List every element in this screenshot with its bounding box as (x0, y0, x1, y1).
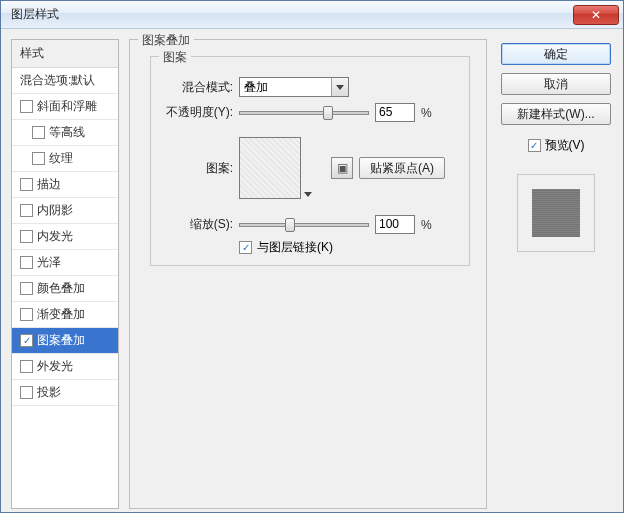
link-label: 与图层链接(K) (257, 239, 333, 256)
sidebar-item-inner-shadow[interactable]: 内阴影 (12, 198, 118, 224)
pattern-group-title: 图案 (159, 49, 191, 66)
cancel-button[interactable]: 取消 (501, 73, 611, 95)
checkbox-icon: ✓ (239, 241, 252, 254)
checkbox-icon[interactable] (20, 256, 33, 269)
opacity-label: 不透明度(Y): (157, 104, 233, 121)
checkbox-icon[interactable] (20, 230, 33, 243)
link-with-layer-checkbox[interactable]: ✓ 与图层链接(K) (239, 239, 333, 256)
sidebar-item-label: 描边 (37, 176, 61, 193)
checkbox-icon[interactable] (20, 204, 33, 217)
checkbox-icon[interactable] (20, 178, 33, 191)
pattern-label: 图案: (157, 160, 233, 177)
blend-mode-label: 混合模式: (157, 79, 233, 96)
sidebar-item-label: 图案叠加 (37, 332, 85, 349)
checkbox-icon[interactable] (20, 308, 33, 321)
opacity-slider[interactable] (239, 111, 369, 115)
sidebar-item-label: 投影 (37, 384, 61, 401)
sidebar-item-color-overlay[interactable]: 颜色叠加 (12, 276, 118, 302)
settings-panel: 图案叠加 图案 混合模式: 叠加 不透明度(Y): (129, 39, 487, 509)
panel-title: 图案叠加 (138, 32, 194, 49)
sidebar-item-label: 光泽 (37, 254, 61, 271)
checkbox-icon[interactable] (32, 126, 45, 139)
preview-label: 预览(V) (545, 137, 585, 154)
checkbox-icon[interactable]: ✓ (20, 334, 33, 347)
scale-input[interactable]: 100 (375, 215, 415, 234)
checkbox-icon[interactable] (20, 360, 33, 373)
preview-swatch (532, 189, 580, 237)
sidebar-item-blend-options[interactable]: 混合选项:默认 (12, 68, 118, 94)
window-title: 图层样式 (11, 6, 59, 23)
checkbox-icon: ✓ (528, 139, 541, 152)
percent-label: % (421, 218, 432, 232)
sidebar-item-label: 内发光 (37, 228, 73, 245)
sidebar-header: 样式 (12, 40, 118, 68)
sidebar-item-inner-glow[interactable]: 内发光 (12, 224, 118, 250)
link-row: ✓ 与图层链接(K) (239, 239, 333, 256)
sidebar-item-label: 纹理 (49, 150, 73, 167)
sidebar-item-label: 渐变叠加 (37, 306, 85, 323)
sidebar-item-label: 混合选项:默认 (20, 72, 95, 89)
chevron-down-icon (331, 78, 348, 96)
preview-checkbox[interactable]: ✓ 预览(V) (528, 137, 585, 154)
chevron-down-icon[interactable] (302, 188, 314, 200)
blend-mode-row: 混合模式: 叠加 (157, 77, 349, 97)
sidebar-item-satin[interactable]: 光泽 (12, 250, 118, 276)
sidebar-item-label: 等高线 (49, 124, 85, 141)
dialog-body: 样式 混合选项:默认 斜面和浮雕 等高线 纹理 描边 内阴 (1, 29, 623, 513)
percent-label: % (421, 106, 432, 120)
blend-mode-select[interactable]: 叠加 (239, 77, 349, 97)
sidebar-item-pattern-overlay[interactable]: ✓ 图案叠加 (12, 328, 118, 354)
snap-origin-icon[interactable]: ▣ (331, 157, 353, 179)
opacity-row: 不透明度(Y): 65 % (157, 103, 432, 122)
sidebar-item-texture[interactable]: 纹理 (12, 146, 118, 172)
scale-slider[interactable] (239, 223, 369, 227)
ok-button[interactable]: 确定 (501, 43, 611, 65)
new-style-button[interactable]: 新建样式(W)... (501, 103, 611, 125)
opacity-input[interactable]: 65 (375, 103, 415, 122)
close-icon: ✕ (591, 8, 601, 22)
slider-thumb[interactable] (285, 218, 295, 232)
snap-origin-button[interactable]: 贴紧原点(A) (359, 157, 445, 179)
right-column: 确定 取消 新建样式(W)... ✓ 预览(V) (501, 43, 611, 252)
sidebar-item-label: 内阴影 (37, 202, 73, 219)
checkbox-icon[interactable] (20, 100, 33, 113)
sidebar-item-outer-glow[interactable]: 外发光 (12, 354, 118, 380)
sidebar-item-contour[interactable]: 等高线 (12, 120, 118, 146)
checkbox-icon[interactable] (20, 386, 33, 399)
blend-mode-value: 叠加 (244, 79, 268, 96)
sidebar-item-bevel-emboss[interactable]: 斜面和浮雕 (12, 94, 118, 120)
scale-row: 缩放(S): 100 % (157, 215, 432, 234)
close-button[interactable]: ✕ (573, 5, 619, 25)
styles-sidebar: 样式 混合选项:默认 斜面和浮雕 等高线 纹理 描边 内阴 (11, 39, 119, 509)
checkbox-icon[interactable] (20, 282, 33, 295)
sidebar-item-label: 颜色叠加 (37, 280, 85, 297)
pattern-picker[interactable] (239, 137, 301, 199)
pattern-group: 图案 混合模式: 叠加 不透明度(Y): 65 % (150, 56, 470, 266)
sidebar-item-stroke[interactable]: 描边 (12, 172, 118, 198)
sidebar-item-drop-shadow[interactable]: 投影 (12, 380, 118, 406)
slider-thumb[interactable] (323, 106, 333, 120)
checkbox-icon[interactable] (32, 152, 45, 165)
scale-label: 缩放(S): (157, 216, 233, 233)
sidebar-item-label: 斜面和浮雕 (37, 98, 97, 115)
sidebar-item-gradient-overlay[interactable]: 渐变叠加 (12, 302, 118, 328)
layer-style-dialog: 图层样式 ✕ 样式 混合选项:默认 斜面和浮雕 等高线 纹理 (0, 0, 624, 513)
preview-box (517, 174, 595, 252)
sidebar-item-label: 外发光 (37, 358, 73, 375)
pattern-row: 图案: ▣ 贴紧原点(A) (157, 137, 445, 199)
titlebar: 图层样式 ✕ (1, 1, 623, 29)
